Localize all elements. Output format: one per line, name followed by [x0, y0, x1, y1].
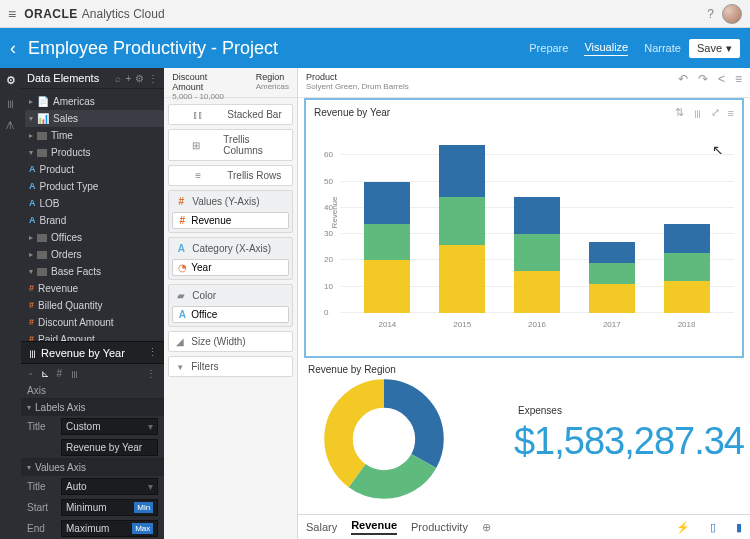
- app-topbar: ≡ ORACLE Analytics Cloud ?: [0, 0, 750, 28]
- tool-menu[interactable]: ⋮: [146, 368, 156, 379]
- rail-analytics-icon[interactable]: ⩚: [5, 119, 16, 131]
- data-elements-header: Data Elements ⌕ + ⚙ ⋮: [21, 68, 164, 89]
- chevron-down-icon: ▾: [726, 42, 732, 55]
- tree-americas[interactable]: ▸📄Americas: [25, 93, 164, 110]
- canvas: ProductSolyent Green, Drum Barrels ↶ ↷ <…: [298, 68, 750, 539]
- tree-paid-amount[interactable]: #Paid Amount: [25, 331, 164, 341]
- labels-title-select[interactable]: Custom▾: [61, 418, 158, 435]
- category-pill-year[interactable]: Year: [172, 259, 289, 276]
- tree-products[interactable]: ▾Products: [25, 144, 164, 161]
- category-shelf[interactable]: ACategory (X-Axis) Year: [168, 237, 293, 280]
- labels-title-row: Title Custom▾: [21, 416, 164, 437]
- tree-revenue[interactable]: #Revenue: [25, 280, 164, 297]
- tree-product-type[interactable]: AProduct Type: [25, 178, 164, 195]
- help-icon[interactable]: ?: [707, 7, 714, 21]
- size-shelf[interactable]: Size (Width): [168, 331, 293, 352]
- rail-data-icon[interactable]: ⚙: [6, 74, 16, 87]
- grammar-mini-toolbar: ◦ ⊾ # ⫼ ⋮: [21, 364, 164, 383]
- color-pill-office[interactable]: AOffice: [172, 306, 289, 323]
- tree-base-facts[interactable]: ▾Base Facts: [25, 263, 164, 280]
- avatar[interactable]: [722, 4, 742, 24]
- layout-1-icon[interactable]: ▯: [710, 521, 716, 534]
- trellis-columns-shelf[interactable]: ⊞Trellis Columns: [168, 129, 293, 161]
- canvas-menu-icon[interactable]: ≡: [735, 72, 742, 86]
- tool-2[interactable]: ⊾: [41, 368, 49, 379]
- viz-type-select[interactable]: ⫿⫿Stacked Bar: [168, 104, 293, 125]
- axis-row: Axis: [21, 383, 164, 398]
- values-pill-revenue[interactable]: #Revenue: [172, 212, 289, 229]
- tree-orders[interactable]: ▸Orders: [25, 246, 164, 263]
- tab-productivity[interactable]: Productivity: [411, 521, 468, 533]
- nav-prepare[interactable]: Prepare: [529, 42, 568, 54]
- save-label: Save: [697, 42, 722, 54]
- crumb-discount[interactable]: Discount Amount5,000 - 10,000: [172, 72, 237, 101]
- values-end-row: End MaximumMax: [21, 518, 164, 539]
- values-shelf[interactable]: #Values (Y-Axis) #Revenue: [168, 190, 293, 233]
- viz-revenue-by-year[interactable]: Revenue by Year ⇅ ⫼ ⤢ ≡ ↖ Revenue 010203…: [304, 98, 744, 358]
- labels-value-input[interactable]: Revenue by Year: [61, 439, 158, 456]
- viz-expenses[interactable]: Expenses $1,583,287.34: [514, 403, 744, 463]
- tree-lob[interactable]: ALOB: [25, 195, 164, 212]
- viz-revenue-by-region[interactable]: Revenue by Region: [304, 362, 504, 503]
- bolt-icon[interactable]: ⚡: [676, 521, 690, 534]
- labels-axis-head[interactable]: Labels Axis: [21, 399, 164, 416]
- tree-product[interactable]: AProduct: [25, 161, 164, 178]
- sort-icon[interactable]: ⇅: [675, 106, 684, 119]
- values-start-select[interactable]: MinimumMin: [61, 499, 158, 516]
- section-menu-icon[interactable]: ⋮: [147, 346, 158, 359]
- tab-salary[interactable]: Salary: [306, 521, 337, 533]
- crumb-product[interactable]: ProductSolyent Green, Drum Barrels: [306, 72, 409, 91]
- crumb-region[interactable]: RegionAmericas: [256, 72, 289, 91]
- add-canvas-icon[interactable]: ⊕: [482, 521, 491, 534]
- nav-visualize[interactable]: Visualize: [584, 41, 628, 56]
- tree-sales[interactable]: ▾📊Sales: [25, 110, 164, 127]
- donut-chart: [324, 379, 444, 499]
- chart-type-icon[interactable]: ⫼: [692, 107, 703, 119]
- grammar-panel: Discount Amount5,000 - 10,000 RegionAmer…: [164, 68, 298, 539]
- values-end-select[interactable]: MaximumMax: [61, 520, 158, 537]
- values-start-row: Start MinimumMin: [21, 497, 164, 518]
- nav-narrate[interactable]: Narrate: [644, 42, 681, 54]
- tree-time[interactable]: ▸Time: [25, 127, 164, 144]
- hamburger-icon[interactable]: ≡: [8, 6, 16, 22]
- tool-4[interactable]: ⫼: [70, 368, 80, 379]
- tool-3[interactable]: #: [57, 368, 63, 379]
- filters-shelf[interactable]: Filters: [168, 356, 293, 377]
- redo-icon[interactable]: ↷: [698, 72, 708, 86]
- values-axis-head[interactable]: Values Axis: [21, 459, 164, 476]
- data-elements-title: Data Elements: [27, 72, 99, 84]
- tree-billed-qty[interactable]: #Billed Quantity: [25, 297, 164, 314]
- viz3-title: Expenses: [518, 405, 744, 416]
- gear-icon[interactable]: ⚙: [135, 73, 144, 84]
- tree-offices[interactable]: ▸Offices: [25, 229, 164, 246]
- filter-crumbs: Discount Amount5,000 - 10,000 RegionAmer…: [164, 68, 297, 98]
- share-icon[interactable]: <: [718, 72, 725, 86]
- undo-icon[interactable]: ↶: [678, 72, 688, 86]
- data-tree: ▸📄Americas ▾📊Sales ▸Time ▾Products AProd…: [21, 89, 164, 341]
- color-shelf[interactable]: Color AOffice: [168, 284, 293, 327]
- values-title-select[interactable]: Auto▾: [61, 478, 158, 495]
- add-icon[interactable]: +: [125, 73, 131, 84]
- brand-suffix: Analytics Cloud: [82, 7, 165, 21]
- expand-icon[interactable]: ⤢: [711, 106, 720, 119]
- tab-revenue[interactable]: Revenue: [351, 519, 397, 535]
- save-button[interactable]: Save ▾: [689, 39, 740, 58]
- tree-brand[interactable]: ABrand: [25, 212, 164, 229]
- viz-menu-icon[interactable]: ≡: [728, 107, 734, 119]
- rail-chart-icon[interactable]: ⫼: [5, 97, 16, 109]
- expenses-value: $1,583,287.34: [514, 420, 744, 463]
- title-bar: ‹ Employee Productivity - Project Prepar…: [0, 28, 750, 68]
- menu-icon[interactable]: ⋮: [148, 73, 158, 84]
- search-icon[interactable]: ⌕: [115, 73, 121, 84]
- trellis-rows-shelf[interactable]: ≡Trellis Rows: [168, 165, 293, 186]
- values-title-row: Title Auto▾: [21, 476, 164, 497]
- canvas-header: ProductSolyent Green, Drum Barrels ↶ ↷ <…: [298, 68, 750, 98]
- tree-discount-amount[interactable]: #Discount Amount: [25, 314, 164, 331]
- layout-2-icon[interactable]: ▮: [736, 521, 742, 534]
- tool-1[interactable]: ◦: [29, 368, 33, 379]
- back-icon[interactable]: ‹: [10, 38, 16, 59]
- left-rail: ⚙ ⫼ ⩚: [0, 68, 21, 539]
- svg-point-3: [355, 410, 412, 467]
- bar-chart-icon: ⫼: [27, 347, 38, 359]
- grammar-title: Revenue by Year: [41, 347, 125, 359]
